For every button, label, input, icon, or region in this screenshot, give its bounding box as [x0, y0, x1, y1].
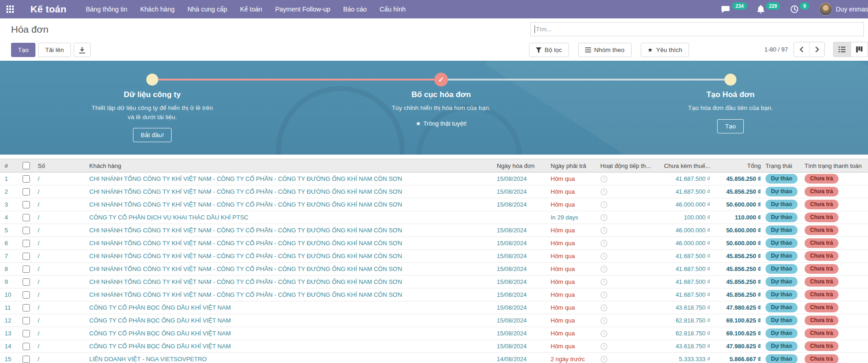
list-view-button[interactable] [834, 42, 851, 57]
activity-clock-icon[interactable] [600, 175, 656, 183]
row-checkbox[interactable] [23, 188, 30, 196]
favorites-button[interactable]: ★ Yêu thích [641, 43, 690, 57]
row-checkbox[interactable] [23, 317, 30, 324]
due-date: Hôm qua [545, 317, 593, 324]
kanban-view-button[interactable] [851, 42, 868, 57]
notifications-button[interactable]: 229 [757, 5, 781, 13]
table-row[interactable]: 3/CHI NHÁNH TỔNG CÔNG TY KHÍ VIỆT NAM - … [0, 198, 868, 211]
table-row[interactable]: 13/CÔNG TY CỔ PHẦN BỌC ỐNG DẦU KHÍ VIỆT … [0, 327, 868, 340]
row-checkbox[interactable] [23, 343, 30, 350]
header-next-activity[interactable]: Hoạt động tiếp th... [593, 162, 658, 169]
row-checkbox[interactable] [23, 278, 30, 286]
activity-clock-icon[interactable] [600, 330, 656, 337]
row-checkbox[interactable] [23, 201, 30, 208]
pager-next-button[interactable] [809, 42, 824, 57]
row-checkbox[interactable] [23, 330, 30, 337]
table-row[interactable]: 2/CHI NHÁNH TỔNG CÔNG TY KHÍ VIỆT NAM - … [0, 185, 868, 198]
activity-clock-icon[interactable] [600, 356, 656, 363]
menu-settings[interactable]: Cấu hình [373, 0, 412, 18]
activity-clock-icon[interactable] [600, 265, 656, 273]
create-invoice-button[interactable]: Tạo [717, 119, 743, 133]
activity-clock-icon[interactable] [600, 240, 656, 247]
menu-payment-followup[interactable]: Payment Follow-up [269, 0, 337, 18]
filters-button[interactable]: Bộ lọc [529, 43, 569, 57]
activity-clock-icon[interactable] [600, 317, 656, 324]
table-row[interactable]: 1/CHI NHÁNH TỔNG CÔNG TY KHÍ VIỆT NAM - … [0, 173, 868, 185]
start-button[interactable]: Bắt đầu! [133, 128, 172, 142]
step-dot-company-data[interactable] [146, 74, 158, 86]
invoice-date: 15/08/2024 [494, 265, 545, 272]
table-row[interactable]: 9/CHI NHÁNH TỔNG CÔNG TY KHÍ VIỆT NAM - … [0, 276, 868, 288]
table-row[interactable]: 10/CHI NHÁNH TỔNG CÔNG TY KHÍ VIỆT NAM -… [0, 288, 868, 301]
onboarding-step-create-invoice: Tạo Hoá đơn Tạo hóa đơn đầu tiên của bạn… [638, 90, 822, 133]
header-customer[interactable]: Khách hàng [87, 162, 494, 169]
chevron-right-icon [815, 46, 819, 52]
select-all-checkbox[interactable] [23, 162, 30, 169]
row-checkbox[interactable] [23, 240, 30, 247]
table-row[interactable]: 4/CÔNG TY CỔ PHẦN DỊCH VỤ KHAI THÁC DẦU … [0, 211, 868, 224]
payment-status-badge: Chưa trả [805, 264, 839, 273]
menu-dashboard[interactable]: Bảng thông tin [79, 0, 133, 18]
invoice-date: 15/08/2024 [494, 291, 545, 298]
row-checkbox[interactable] [23, 214, 30, 221]
activities-button[interactable]: 9 [790, 5, 809, 13]
customer-name: CÔNG TY CỔ PHẦN BỌC ỐNG DẦU KHÍ VIỆT NAM [87, 343, 494, 350]
pager-previous-button[interactable] [794, 42, 809, 57]
table-row[interactable]: 11/CÔNG TY CỔ PHẦN BỌC ỐNG DẦU KHÍ VIỆT … [0, 301, 868, 314]
header-payment-status[interactable]: Tình trạng thanh toán [803, 162, 868, 169]
row-checkbox[interactable] [23, 304, 30, 311]
app-title[interactable]: Kế toán [30, 4, 66, 15]
activity-clock-icon[interactable] [600, 201, 656, 208]
create-button[interactable]: Tạo [11, 43, 35, 57]
search-options: Bộ lọc Nhóm theo ★ Yêu thích [529, 43, 698, 57]
apps-menu-button[interactable] [0, 6, 20, 13]
search-input[interactable] [535, 26, 863, 33]
header-due-date[interactable]: Ngày phải trả [545, 162, 593, 169]
header-untaxed[interactable]: Chưa kèm thuế... [658, 162, 713, 169]
table-row[interactable]: 5/CHI NHÁNH TỔNG CÔNG TY KHÍ VIỆT NAM - … [0, 224, 868, 237]
group-by-button[interactable]: Nhóm theo [578, 43, 632, 57]
activity-clock-icon[interactable] [600, 188, 656, 196]
due-date: Hôm qua [545, 188, 593, 195]
upload-button[interactable]: Tải lên [38, 43, 71, 57]
row-checkbox[interactable] [23, 265, 30, 273]
row-checkbox[interactable] [23, 227, 30, 234]
status-badge: Dự thảo [765, 303, 798, 312]
menu-customers[interactable]: Khách hàng [134, 0, 181, 18]
menu-reports[interactable]: Báo cáo [337, 0, 373, 18]
table-row[interactable]: 8/CHI NHÁNH TỔNG CÔNG TY KHÍ VIỆT NAM - … [0, 263, 868, 276]
table-row[interactable]: 15/LIÊN DOANH VIỆT - NGA VIETSOVPETRO14/… [0, 353, 868, 363]
step-dot-create-invoice[interactable] [724, 74, 736, 86]
activity-clock-icon[interactable] [600, 253, 656, 260]
header-number[interactable]: Số [36, 162, 87, 169]
table-row[interactable]: 14/CÔNG TY CỔ PHẦN BỌC ỐNG DẦU KHÍ VIỆT … [0, 340, 868, 353]
messages-button[interactable]: 234 [721, 6, 747, 13]
row-checkbox[interactable] [23, 291, 30, 299]
untaxed-amount: 41.687.500 ₫ [658, 278, 713, 285]
table-row[interactable]: 7/CHI NHÁNH TỔNG CÔNG TY KHÍ VIỆT NAM - … [0, 250, 868, 263]
user-menu[interactable]: Duy enmas [836, 6, 868, 13]
row-checkbox[interactable] [23, 253, 30, 260]
activity-clock-icon[interactable] [600, 291, 656, 299]
table-row[interactable]: 12/CÔNG TY CỔ PHẦN BỌC ỐNG DẦU KHÍ VIỆT … [0, 314, 868, 327]
user-avatar[interactable] [819, 3, 832, 16]
due-date: Hôm qua [545, 330, 593, 337]
table-row[interactable]: 6/CHI NHÁNH TỔNG CÔNG TY KHÍ VIỆT NAM - … [0, 237, 868, 250]
row-checkbox[interactable] [23, 356, 30, 363]
activity-clock-icon[interactable] [600, 227, 656, 234]
menu-accounting[interactable]: Kế toán [234, 0, 269, 18]
header-status[interactable]: Trạng thái [764, 162, 803, 169]
row-index: 15 [0, 356, 17, 363]
activity-clock-icon[interactable] [600, 278, 656, 286]
search-box[interactable] [530, 22, 864, 36]
export-button[interactable] [74, 43, 91, 57]
row-checkbox[interactable] [23, 175, 30, 183]
activity-clock-icon[interactable] [600, 343, 656, 350]
step-dot-invoice-layout-done[interactable]: ✓ [434, 73, 448, 86]
looks-great-link[interactable]: ★Trông thật tuyệt! [416, 120, 467, 127]
activity-clock-icon[interactable] [600, 304, 656, 311]
activity-clock-icon[interactable] [600, 214, 656, 221]
header-total[interactable]: Tổng [713, 162, 764, 169]
header-invoice-date[interactable]: Ngày hóa đơn [494, 162, 545, 169]
menu-vendors[interactable]: Nhà cung cấp [181, 0, 233, 18]
